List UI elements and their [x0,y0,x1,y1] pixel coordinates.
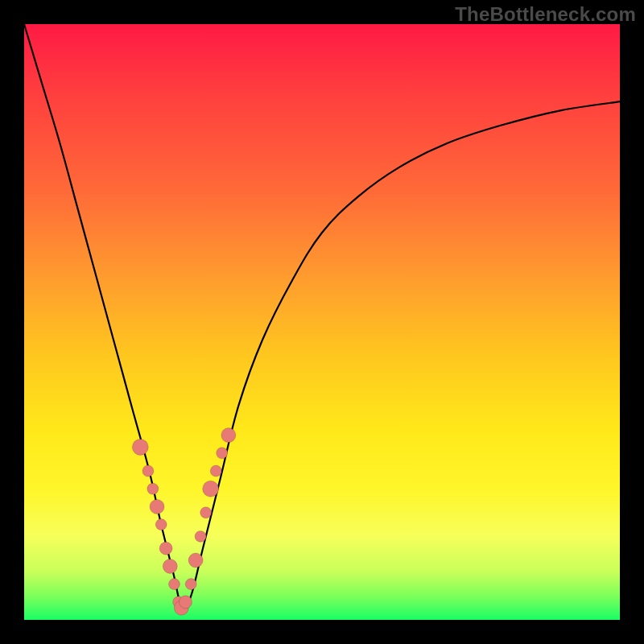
data-point [163,559,177,573]
data-point [155,519,167,530]
data-point [147,483,159,494]
data-point [217,448,228,459]
data-point [200,507,212,518]
bottleneck-curve [24,24,620,609]
watermark-text: TheBottleneck.com [455,3,636,26]
data-point [142,465,154,477]
data-point [185,579,196,590]
data-point [203,481,219,497]
data-point [180,596,192,609]
point-cluster [132,428,236,616]
data-point [188,553,203,568]
data-point [159,542,172,555]
data-point [168,579,180,590]
data-point [132,439,148,455]
data-point [210,465,221,477]
chart-frame: TheBottleneck.com [0,0,644,644]
data-point [150,499,164,514]
curve-layer [24,24,620,620]
data-point [221,428,236,443]
plot-area [24,24,620,620]
data-point [195,530,206,542]
